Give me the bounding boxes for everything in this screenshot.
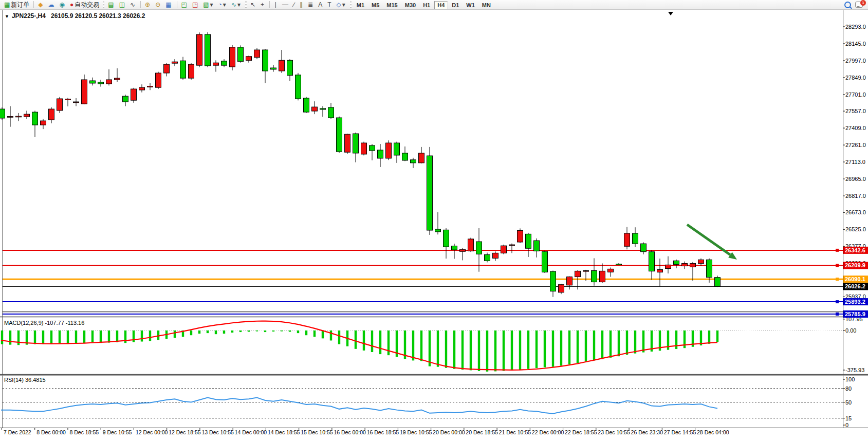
price-tick-label: 27113.0 <box>845 159 865 165</box>
candle-body <box>345 134 350 152</box>
candle-body <box>698 260 704 263</box>
line-handle[interactable] <box>836 300 839 303</box>
timeframe-button-w1[interactable]: W1 <box>463 1 478 9</box>
zoom-in-button[interactable]: ⊕ <box>143 1 153 9</box>
line-handle[interactable] <box>836 249 839 252</box>
time-tick-label: 9 Dec 10:55 <box>103 429 132 435</box>
candle-body <box>542 251 548 272</box>
timeframe-group: M1M5M15M30H1H4D1W1MN <box>353 0 494 9</box>
macd-histogram-bar <box>478 330 480 371</box>
candle-body <box>427 156 433 230</box>
community-button[interactable]: ☁ <box>47 1 57 9</box>
chart-area[interactable]: 28293.028145.027997.027849.027701.027557… <box>0 0 868 441</box>
macd-histogram-bar <box>535 330 538 368</box>
candle-body <box>444 230 449 247</box>
candle-body <box>254 50 260 58</box>
candle-body <box>501 246 507 253</box>
candle-body <box>8 117 13 118</box>
time-tick-label: 16 Dec 18:55 <box>367 429 399 435</box>
time-tick-label: 23 Dec 10:55 <box>598 429 630 435</box>
line-handle[interactable] <box>836 278 839 281</box>
auto-trading-button[interactable]: ● 自动交易 <box>68 1 101 9</box>
macd-label: MACD(12,26,9) -107.77 -113.16 <box>4 320 84 326</box>
macd-histogram-bar <box>190 330 192 335</box>
label-tool-button[interactable]: T <box>326 1 334 9</box>
macd-histogram-bar <box>297 330 299 333</box>
indicators-button[interactable]: ∿ ▾ <box>230 1 243 9</box>
candle-body <box>608 269 614 272</box>
line-chart-button[interactable]: ∿ <box>128 1 138 9</box>
new-chart-button[interactable]: ▧ ▾ <box>201 1 215 9</box>
candle-body <box>666 265 671 268</box>
chat-icon[interactable]: 1 <box>855 2 863 8</box>
vertical-line-tool-button[interactable]: ∣ <box>272 1 280 9</box>
timeframe-button-d1[interactable]: D1 <box>449 1 462 9</box>
chart-dropdown-icon[interactable]: ▼ <box>5 14 9 19</box>
bar-chart-button[interactable]: ▤ <box>106 1 116 9</box>
macd-histogram-bar <box>67 330 69 344</box>
toolbar-separator <box>177 1 177 8</box>
candle-body <box>189 64 194 78</box>
candle-body <box>550 271 556 291</box>
shapes-icon: ◇ <box>336 1 341 9</box>
line-handle[interactable] <box>836 264 839 267</box>
text-tool-button[interactable]: A <box>317 1 325 9</box>
timeframe-button-h4[interactable]: H4 <box>434 1 448 9</box>
candle-body <box>65 99 71 100</box>
timeframe-button-m5[interactable]: M5 <box>368 1 382 9</box>
macd-histogram-bar <box>272 330 274 332</box>
timeframe-button-m30[interactable]: M30 <box>402 1 419 9</box>
time-tick-label: 8 Dec 00:00 <box>36 429 66 435</box>
macd-histogram-bar <box>642 330 644 353</box>
dropdown-arrow-icon: ▾ <box>342 1 345 9</box>
candle-body <box>82 80 87 104</box>
cascade-charts-button[interactable]: ◳ <box>191 1 200 9</box>
macd-histogram-bar <box>568 330 570 364</box>
horizontal-line-tool-button[interactable]: ― <box>281 1 291 9</box>
price-tick-label: 28145.0 <box>845 41 866 47</box>
channel-tool-button[interactable]: ∥ <box>298 1 305 9</box>
timeframe-button-mn[interactable]: MN <box>479 1 494 9</box>
candle-body <box>271 68 276 69</box>
candle-body <box>131 89 137 100</box>
candle-body <box>213 63 219 65</box>
price-line-tag-label: 26342.6 <box>845 247 865 253</box>
macd-histogram-bar <box>198 330 200 334</box>
candle-body <box>682 263 688 266</box>
macd-histogram-bar <box>100 330 102 343</box>
candle-body <box>287 60 293 75</box>
timeframe-button-h1[interactable]: H1 <box>420 1 433 9</box>
candlestick-chart-button[interactable]: ◫ <box>118 1 127 9</box>
macd-histogram-bar <box>486 330 488 372</box>
macd-histogram-bar <box>593 330 595 360</box>
search-icon[interactable] <box>844 2 851 8</box>
timeframe-button-m1[interactable]: M1 <box>354 1 367 9</box>
macd-histogram-bar <box>91 330 94 342</box>
candle-body <box>386 143 392 158</box>
shapes-tool-button[interactable]: ◇ ▾ <box>335 1 347 9</box>
marker-button[interactable]: ◆ <box>36 1 45 9</box>
macd-histogram-bar <box>634 330 636 354</box>
candle-body <box>518 230 523 242</box>
new-order-button[interactable]: ▦ 新订单 <box>3 1 31 9</box>
trendline-tool-button[interactable]: ∕ <box>292 1 297 9</box>
zoom-out-button[interactable]: ⊖ <box>154 1 163 9</box>
candle-body <box>468 239 474 251</box>
cursor-tool-button[interactable]: ↖ <box>249 1 258 9</box>
news-button[interactable]: ◉ <box>58 1 67 9</box>
candle-body <box>172 62 178 63</box>
macd-histogram-bar <box>116 330 118 342</box>
arrange-charts-button[interactable]: ◰ <box>180 1 190 9</box>
macd-histogram-bar <box>256 330 258 332</box>
line-handle[interactable] <box>836 313 839 316</box>
news-icon: ◉ <box>60 1 65 9</box>
timeframe-button-m15[interactable]: M15 <box>383 1 400 9</box>
macd-histogram-bar <box>601 330 603 359</box>
price-tick-label: 27409.0 <box>845 125 866 131</box>
period-button[interactable]: ◔ ▾ <box>217 1 229 9</box>
cascade-charts-icon: ◳ <box>192 1 198 9</box>
crosshair-tool-button[interactable]: + <box>259 1 267 9</box>
candle-body <box>263 50 268 71</box>
tile-windows-button[interactable]: ▦ <box>164 1 174 9</box>
fibonacci-tool-button[interactable]: ≣ <box>306 1 316 9</box>
